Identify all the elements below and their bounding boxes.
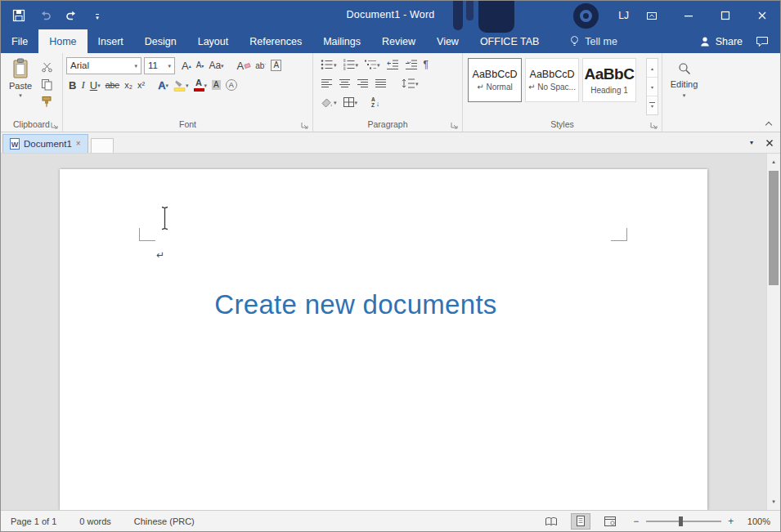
share-button[interactable]: Share xyxy=(691,29,751,53)
account-initials[interactable]: LJ xyxy=(618,10,629,21)
chevron-down-icon: ▾ xyxy=(96,14,99,22)
color-swatch xyxy=(194,88,204,92)
multilevel-list-button[interactable]: ▾ xyxy=(361,56,383,74)
style-no-spacing[interactable]: AaBbCcD ↵ No Spac... xyxy=(525,58,579,102)
font-size-combo[interactable]: 11 ▾ xyxy=(144,57,175,74)
styles-scroll-down-button[interactable]: ▾ xyxy=(647,78,658,96)
shading-button[interactable]: ▾ xyxy=(318,93,339,111)
zoom-in-button[interactable]: + xyxy=(725,516,738,527)
superscript-button[interactable]: x² xyxy=(135,76,147,94)
enclose-characters-button[interactable]: A xyxy=(223,76,240,94)
decrease-indent-button[interactable] xyxy=(384,56,402,74)
phonetic-guide-button[interactable]: abˊ xyxy=(253,56,268,74)
redo-button[interactable] xyxy=(63,7,79,25)
change-case-button[interactable]: Aa▾ xyxy=(206,56,226,74)
borders-button[interactable]: ▾ xyxy=(340,93,361,111)
close-document-button[interactable] xyxy=(762,136,777,150)
zoom-slider[interactable] xyxy=(646,521,721,522)
styles-dialog-launcher[interactable] xyxy=(649,121,658,129)
web-layout-icon xyxy=(604,516,617,527)
styles-more-button[interactable]: ▾ xyxy=(647,96,658,114)
tab-references[interactable]: References xyxy=(239,29,312,53)
collapse-ribbon-button[interactable] xyxy=(765,120,772,127)
ribbon-display-options-button[interactable] xyxy=(645,9,658,22)
scroll-up-button[interactable]: ▴ xyxy=(767,155,780,168)
undo-button[interactable] xyxy=(37,7,53,25)
align-center-button[interactable] xyxy=(336,74,353,92)
scrollbar-thumb[interactable] xyxy=(769,171,779,285)
person-icon xyxy=(699,36,711,47)
highlighter-icon xyxy=(173,79,186,92)
tab-view[interactable]: View xyxy=(426,29,469,53)
minimize-icon xyxy=(684,11,693,20)
font-name-combo[interactable]: Arial ▾ xyxy=(66,57,141,74)
line-spacing-button[interactable]: ▾ xyxy=(398,74,421,92)
highlight-color-button[interactable]: ▾ xyxy=(171,76,191,94)
italic-button[interactable]: I xyxy=(79,76,87,94)
tell-me-box[interactable]: Tell me xyxy=(561,29,626,53)
close-tab-icon[interactable]: × xyxy=(76,140,81,148)
cut-button[interactable] xyxy=(38,60,55,74)
zoom-out-button[interactable]: − xyxy=(630,516,643,527)
read-mode-button[interactable] xyxy=(541,513,561,530)
subscript-button[interactable]: x₂ xyxy=(122,76,135,94)
comments-button[interactable] xyxy=(751,29,780,53)
tab-office-tab[interactable]: OFFICE TAB xyxy=(469,29,550,53)
font-color-button[interactable]: A ▾ xyxy=(191,76,210,94)
styles-scroll-up-button[interactable]: ▴ xyxy=(647,59,658,78)
print-layout-button[interactable] xyxy=(571,513,590,530)
minimize-button[interactable] xyxy=(670,1,707,29)
scroll-down-button[interactable]: ▾ xyxy=(767,495,780,508)
increase-indent-button[interactable] xyxy=(402,56,420,74)
page-count-indicator[interactable]: Page 1 of 1 xyxy=(11,516,56,526)
grow-font-button[interactable]: A▴ xyxy=(179,56,194,74)
sort-button[interactable]: AZ ↓ xyxy=(369,93,382,111)
zoom-slider-thumb[interactable] xyxy=(679,516,683,526)
numbering-button[interactable]: ▾ xyxy=(340,56,361,74)
zoom-level-indicator[interactable]: 100% xyxy=(747,516,770,526)
bold-button[interactable]: B xyxy=(66,76,79,94)
web-layout-button[interactable] xyxy=(600,513,620,530)
show-paragraph-marks-button[interactable]: ¶ xyxy=(421,56,431,74)
format-painter-button[interactable] xyxy=(38,95,55,108)
clear-formatting-button[interactable]: A xyxy=(235,56,254,74)
tab-mailings[interactable]: Mailings xyxy=(312,29,371,53)
copy-button[interactable] xyxy=(38,78,55,91)
maximize-button[interactable] xyxy=(707,1,743,29)
language-indicator[interactable]: Chinese (PRC) xyxy=(134,516,195,526)
character-border-button[interactable]: A xyxy=(268,56,284,74)
vertical-scrollbar[interactable]: ▴ ▾ xyxy=(766,154,780,510)
document-page[interactable]: ↵ Create new documents xyxy=(60,169,707,510)
tab-home[interactable]: Home xyxy=(38,29,87,53)
character-shading-button[interactable]: A xyxy=(209,76,223,94)
customize-qat-button[interactable]: ▾ xyxy=(89,7,105,25)
new-document-tab[interactable] xyxy=(91,138,114,153)
tab-insert[interactable]: Insert xyxy=(88,29,134,53)
align-right-button[interactable] xyxy=(354,74,371,92)
clipboard-dialog-launcher[interactable] xyxy=(50,121,58,129)
tab-list-dropdown-button[interactable]: ▾ xyxy=(744,136,759,150)
save-icon xyxy=(12,9,25,22)
style-heading-1[interactable]: AaBbC Heading 1 xyxy=(582,58,636,102)
word-count-indicator[interactable]: 0 words xyxy=(79,516,111,526)
style-normal[interactable]: AaBbCcD ↵ Normal xyxy=(468,58,522,102)
tab-review[interactable]: Review xyxy=(371,29,426,53)
text-effects-button[interactable]: A▾ xyxy=(155,76,171,94)
document-tab-active[interactable]: W Document1 × xyxy=(2,134,88,153)
tab-design[interactable]: Design xyxy=(134,29,187,53)
editing-button[interactable]: Editing ▾ xyxy=(664,55,704,132)
save-button[interactable] xyxy=(11,7,27,25)
bullets-button[interactable]: ▾ xyxy=(318,56,339,74)
align-left-button[interactable] xyxy=(318,74,335,92)
paste-button[interactable]: Paste ▾ xyxy=(2,55,38,117)
paragraph-dialog-launcher[interactable] xyxy=(450,121,458,129)
title-bar: ▾ Document1 - Word LJ xyxy=(1,1,780,29)
close-button[interactable] xyxy=(743,1,780,29)
tab-file[interactable]: File xyxy=(1,29,38,53)
justify-button[interactable] xyxy=(372,74,389,92)
underline-button[interactable]: U▾ xyxy=(88,76,103,94)
shrink-font-button[interactable]: A▾ xyxy=(194,56,207,74)
strikethrough-button[interactable]: abe xyxy=(103,76,123,94)
font-dialog-launcher[interactable] xyxy=(300,121,308,129)
tab-layout[interactable]: Layout xyxy=(187,29,240,53)
